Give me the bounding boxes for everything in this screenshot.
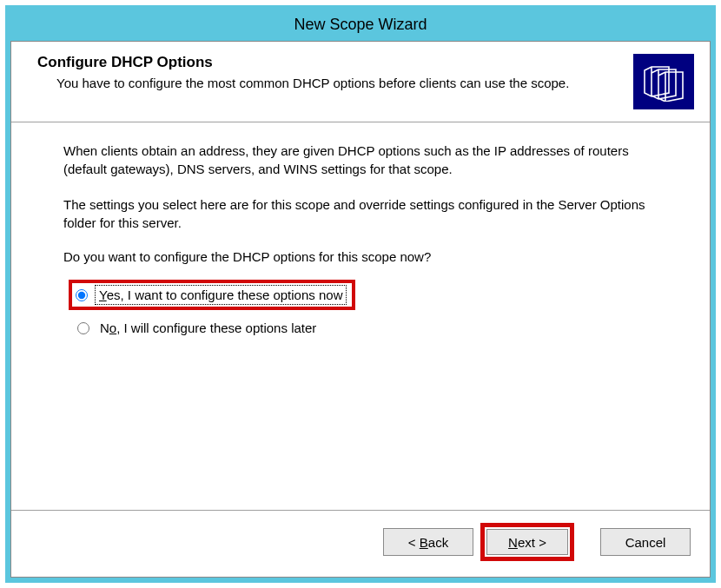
radio-no-pre: N <box>100 320 109 335</box>
radio-no-row: No, I will configure these options later <box>69 319 678 337</box>
radio-yes-mnemonic: Y <box>99 287 107 302</box>
title-bar: New Scope Wizard <box>10 10 711 41</box>
window-title: New Scope Wizard <box>294 16 427 33</box>
window-frame: New Scope Wizard Configure DHCP Options … <box>5 5 716 583</box>
page-subtitle: You have to configure the most common DH… <box>37 75 619 92</box>
radio-yes[interactable] <box>76 289 88 301</box>
radio-yes-text: es, I want to configure these options no… <box>107 287 343 302</box>
page-title: Configure DHCP Options <box>37 54 619 71</box>
radio-no-label[interactable]: No, I will configure these options later <box>96 319 320 337</box>
body-paragraph-1: When clients obtain an address, they are… <box>63 142 654 178</box>
wizard-body: When clients obtain an address, they are… <box>11 122 710 510</box>
header-text-block: Configure DHCP Options You have to confi… <box>37 54 619 92</box>
radio-no-text: , I will configure these options later <box>116 320 316 335</box>
body-prompt: Do you want to configure the DHCP option… <box>63 249 678 264</box>
highlight-yes: Yes, I want to configure these options n… <box>69 280 355 310</box>
radio-group: Yes, I want to configure these options n… <box>63 280 678 337</box>
wizard-footer: < Back Next > Cancel <box>11 510 710 577</box>
radio-no-mnemonic: o <box>109 320 116 335</box>
highlight-next: Next > <box>480 523 574 561</box>
radio-no[interactable] <box>77 322 89 334</box>
next-button[interactable]: Next > <box>486 529 568 555</box>
wizard-header: Configure DHCP Options You have to confi… <box>11 42 710 122</box>
radio-yes-row: Yes, I want to configure these options n… <box>69 280 678 310</box>
back-button[interactable]: < Back <box>383 528 473 556</box>
wizard-window: Configure DHCP Options You have to confi… <box>10 41 711 578</box>
body-paragraph-2: The settings you select here are for thi… <box>63 195 654 232</box>
cancel-button[interactable]: Cancel <box>600 528 691 556</box>
folders-icon <box>633 54 694 109</box>
radio-yes-label[interactable]: Yes, I want to configure these options n… <box>95 285 347 305</box>
